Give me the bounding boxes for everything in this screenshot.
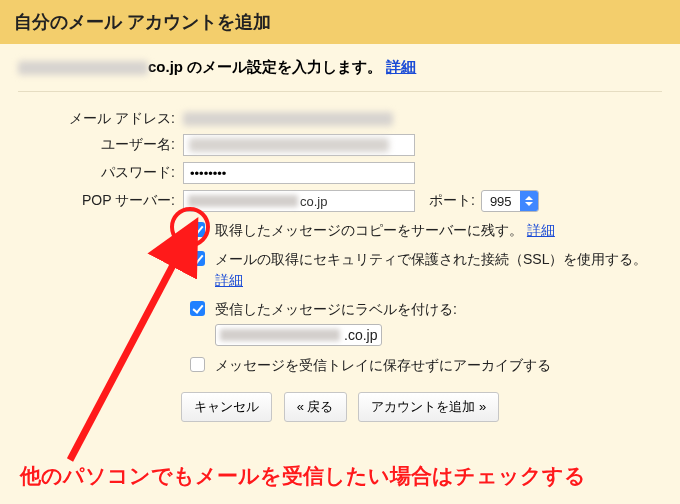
option-leave-copy-text: 取得したメッセージのコピーをサーバーに残す。 <box>215 222 523 238</box>
checkbox-leave-copy[interactable] <box>190 222 205 237</box>
username-value-redacted <box>189 138 389 152</box>
label-port: ポート: <box>429 192 475 210</box>
options-group: 取得したメッセージのコピーをサーバーに残す。 詳細 メールの取得にセキュリティで… <box>190 220 662 376</box>
label-select-redacted <box>220 329 340 341</box>
cancel-button[interactable]: キャンセル <box>181 392 272 422</box>
option-archive-text: メッセージを受信トレイに保存せずにアーカイブする <box>215 357 551 373</box>
option-ssl-text: メールの取得にセキュリティで保護された接続（SSL）を使用する。 <box>215 251 647 267</box>
label-select[interactable]: .co.jp <box>215 324 382 346</box>
subheading: co.jp のメール設定を入力します。 詳細 <box>0 44 680 85</box>
add-account-panel: 自分のメール アカウントを追加 co.jp のメール設定を入力します。 詳細 メ… <box>0 0 680 504</box>
details-link[interactable]: 詳細 <box>386 58 416 75</box>
dialog-title: 自分のメール アカウントを追加 <box>0 0 680 44</box>
port-select[interactable]: 995 <box>481 190 539 212</box>
pop-server-input[interactable]: co.jp <box>183 190 415 212</box>
label-password: パスワード: <box>18 164 183 182</box>
button-row: キャンセル « 戻る アカウントを追加 » <box>18 392 662 422</box>
label-email: メール アドレス: <box>18 110 183 128</box>
checkbox-archive[interactable] <box>190 357 205 372</box>
form: メール アドレス: ユーザー名: パスワード: POP サーバー: co.jp … <box>0 98 680 432</box>
divider <box>18 91 662 92</box>
option-leave-copy-link[interactable]: 詳細 <box>527 222 555 238</box>
port-value: 995 <box>482 191 520 211</box>
checkbox-label[interactable] <box>190 301 205 316</box>
annotation-text: 他のパソコンでもメールを受信したい場合はチェックする <box>20 462 666 490</box>
checkbox-ssl[interactable] <box>190 251 205 266</box>
back-button[interactable]: « 戻る <box>284 392 347 422</box>
label-select-suffix: .co.jp <box>344 325 381 345</box>
password-input[interactable] <box>183 162 415 184</box>
option-ssl-link[interactable]: 詳細 <box>215 272 243 288</box>
label-username: ユーザー名: <box>18 136 183 154</box>
add-account-button[interactable]: アカウントを追加 » <box>358 392 499 422</box>
pop-server-suffix: co.jp <box>300 194 327 209</box>
subheading-suffix: co.jp のメール設定を入力します。 <box>148 58 382 75</box>
email-value-redacted <box>183 112 393 126</box>
label-pop-server: POP サーバー: <box>18 192 183 210</box>
option-label-text: 受信したメッセージにラベルを付ける: <box>215 301 457 317</box>
pop-server-redacted <box>188 195 298 207</box>
redacted-email-prefix <box>18 61 148 75</box>
select-stepper-icon <box>520 191 538 211</box>
